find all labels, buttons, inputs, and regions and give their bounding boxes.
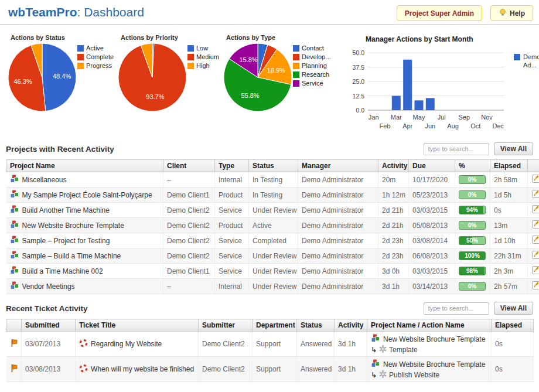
project-edit-cell[interactable] [528,203,539,218]
tickets-column-header[interactable]: Ticket Title [76,319,199,332]
project-cubes-icon [10,189,19,200]
edit-pencil-icon[interactable] [531,189,539,200]
project-name-cell[interactable]: Sample – Project for Testing [6,233,163,248]
svg-text:Nov: Nov [481,114,493,121]
projects-column-header[interactable]: % [455,160,490,172]
chart-legend: LowMediumHigh [187,42,219,113]
projects-search-input[interactable] [424,143,489,155]
edit-pencil-icon[interactable] [531,174,539,185]
ticket-project-action-cell[interactable]: New Website Brochure Template ↳Publish W… [367,357,492,382]
svg-text:Jul: Jul [438,114,446,121]
tickets-search-input[interactable] [424,302,489,315]
project-row: Build Another Time Machine Demo Client2 … [6,203,539,218]
edit-pencil-icon[interactable] [531,281,539,292]
chart-actions-by-priority: Actions by Priority93.7%LowMediumHigh [117,32,223,135]
project-name-cell[interactable]: My Sample Project École Saint-Polyçarpe [6,188,163,203]
ticket-department-cell: Support [253,332,297,357]
project-name-cell[interactable]: Vendor Meetings [6,279,163,294]
project-row: Build a Time Machine 002 Demo Client1 Se… [6,264,539,279]
project-name-cell[interactable]: Sample – Build a Time Machine [6,248,163,264]
topbar-buttons: Project Super Admin Help [397,5,533,21]
svg-text:Sep: Sep [459,114,470,121]
ticket-submitter-cell: Demo Client2 [199,332,253,357]
project-client-cell: Demo Client2 [163,203,215,218]
ticket-status-cell: Answered [297,357,335,382]
projects-column-header[interactable]: Elapsed [490,160,528,172]
edit-pencil-icon[interactable] [531,235,539,246]
tickets-column-header[interactable]: Elapsed [492,319,534,332]
project-pct-cell: 0% [455,218,490,233]
projects-view-all-button[interactable]: View All [494,142,533,155]
projects-table: Project NameClientTypeStatusManagerActiv… [6,159,539,294]
ticket-project-action-cell[interactable]: New Website Brochure Template ↳Template [367,332,492,357]
project-activity-cell: 20m [378,172,409,188]
tickets-column-header[interactable]: Project Name / Action Name [367,319,492,332]
tickets-table-body: 03/07/2013 Regarding My Website Demo Cli… [6,332,534,382]
ticket-title-cell[interactable]: When will my website be finished [76,357,199,382]
progress-badge: 98% [459,267,486,275]
tickets-tools: View All [424,302,533,315]
tickets-column-header[interactable]: Submitted [22,319,76,332]
legend-label: Low [196,45,208,52]
projects-column-header[interactable]: Type [215,160,249,172]
tickets-view-all-button[interactable]: View All [494,302,533,315]
project-name-cell[interactable]: New Website Brochure Template [6,218,163,233]
bar-chart-svg: 0.012.525.037.550.0JanFebMarAprMayJunJul… [348,45,539,137]
tickets-column-header[interactable]: Submitter [199,319,253,332]
projects-column-header[interactable]: Manager [298,160,378,172]
subitem-arrow-icon: ↳ [371,372,377,378]
projects-column-header[interactable]: Status [249,160,298,172]
project-edit-cell[interactable] [528,248,539,264]
project-row: Sample – Build a Time Machine Demo Clien… [6,248,539,264]
legend-item: Planning [293,62,331,69]
projects-column-header[interactable]: Activity [378,160,409,172]
brand-name: wbTeamPro [8,5,77,19]
ticket-row: 03/08/2013 When will my website be finis… [6,357,534,382]
projects-column-header[interactable]: Client [163,160,215,172]
projects-column-header[interactable] [528,160,539,172]
legend-label: Complete [86,53,114,60]
project-edit-cell[interactable] [528,264,539,279]
legend-item: Low [187,45,219,52]
project-type-cell: Internal [215,279,249,294]
tickets-column-header[interactable]: Department [253,319,297,332]
legend-item: Progress [77,62,114,69]
project-elapsed-cell: 2h 3m [490,264,528,279]
ticket-submitter-cell: Demo Client2 [199,357,253,382]
project-type-cell: Service [215,248,249,264]
project-name-cell[interactable]: Miscellaneous [6,172,163,188]
projects-column-header[interactable]: Due [409,160,455,172]
project-super-admin-button[interactable]: Project Super Admin [397,5,482,21]
projects-tools: View All [424,142,533,155]
project-activity-cell: 1h 12m [378,188,409,203]
project-name-cell[interactable]: Build a Time Machine 002 [6,264,163,279]
help-button[interactable]: Help [490,5,533,21]
ticket-title-cell[interactable]: Regarding My Website [76,332,199,357]
project-status-cell: Completed [249,233,298,248]
project-pct-cell: 100% [455,248,490,264]
legend-label: Contact [302,45,324,52]
project-name-cell[interactable]: Build Another Time Machine [6,203,163,218]
edit-pencil-icon[interactable] [531,220,539,231]
edit-pencil-icon[interactable] [531,204,539,216]
project-status-cell: Under Review [249,279,298,294]
flag-icon [10,364,18,374]
project-due-cell: 05/23/2013 [409,188,455,203]
tickets-column-header[interactable] [6,319,22,332]
svg-text:15.8%: 15.8% [239,56,257,63]
tickets-section-title: Recent Ticket Activity [6,304,88,313]
project-pct-cell: 50% [455,233,490,248]
project-edit-cell[interactable] [528,188,539,203]
projects-column-header[interactable]: Project Name [6,160,163,172]
project-edit-cell[interactable] [528,233,539,248]
project-pct-cell: 0% [455,188,490,203]
project-edit-cell[interactable] [528,172,539,188]
tickets-column-header[interactable]: Status [297,319,335,332]
edit-pencil-icon[interactable] [531,265,539,277]
edit-pencil-icon[interactable] [531,250,539,261]
project-edit-cell[interactable] [528,279,539,294]
project-edit-cell[interactable] [528,218,539,233]
project-type-cell: Service [215,203,249,218]
project-elapsed-cell: 0s [490,203,528,218]
tickets-column-header[interactable]: Activity [335,319,367,332]
